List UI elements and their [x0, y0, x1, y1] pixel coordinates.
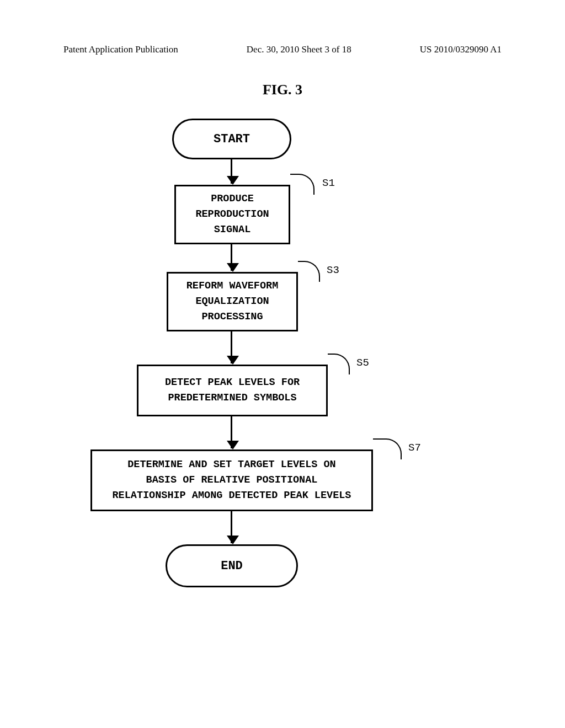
flow-start-label: START — [214, 132, 250, 146]
leader-s3 — [298, 261, 320, 282]
step-label-s1: S1 — [322, 177, 335, 189]
flow-step-s7: DETERMINE AND SET TARGET LEVELS ON BASIS… — [90, 449, 373, 511]
arrow-s7-end — [231, 511, 232, 543]
leader-s1 — [290, 174, 315, 195]
arrow-start-s1 — [231, 159, 232, 184]
flow-end: END — [166, 544, 298, 587]
leader-s7 — [373, 438, 402, 459]
flow-end-label: END — [221, 559, 243, 573]
flow-step-s5-text: DETECT PEAK LEVELS FOR PREDETERMINED SYM… — [165, 375, 300, 406]
flow-step-s3: REFORM WAVEFORM EQUALIZATION PROCESSING — [167, 272, 298, 331]
leader-s5 — [328, 354, 350, 374]
flow-start: START — [172, 119, 291, 159]
arrow-s3-s5 — [231, 331, 232, 363]
page-header: Patent Application Publication Dec. 30, … — [63, 44, 502, 55]
arrow-s5-s7 — [231, 416, 232, 448]
flow-step-s3-text: REFORM WAVEFORM EQUALIZATION PROCESSING — [186, 279, 279, 324]
header-right: US 2010/0329090 A1 — [420, 44, 502, 55]
step-label-s7: S7 — [408, 442, 421, 454]
header-left: Patent Application Publication — [63, 44, 178, 55]
flow-step-s5: DETECT PEAK LEVELS FOR PREDETERMINED SYM… — [137, 365, 328, 416]
arrow-s1-s3 — [231, 244, 232, 271]
flow-step-s1: PRODUCE REPRODUCTION SIGNAL — [174, 185, 290, 244]
figure-title: FIG. 3 — [263, 82, 302, 98]
step-label-s3: S3 — [327, 264, 339, 276]
flow-step-s1-text: PRODUCE REPRODUCTION SIGNAL — [195, 191, 269, 237]
header-center: Dec. 30, 2010 Sheet 3 of 18 — [247, 44, 351, 55]
flow-step-s7-text: DETERMINE AND SET TARGET LEVELS ON BASIS… — [113, 457, 351, 503]
step-label-s5: S5 — [356, 357, 369, 369]
